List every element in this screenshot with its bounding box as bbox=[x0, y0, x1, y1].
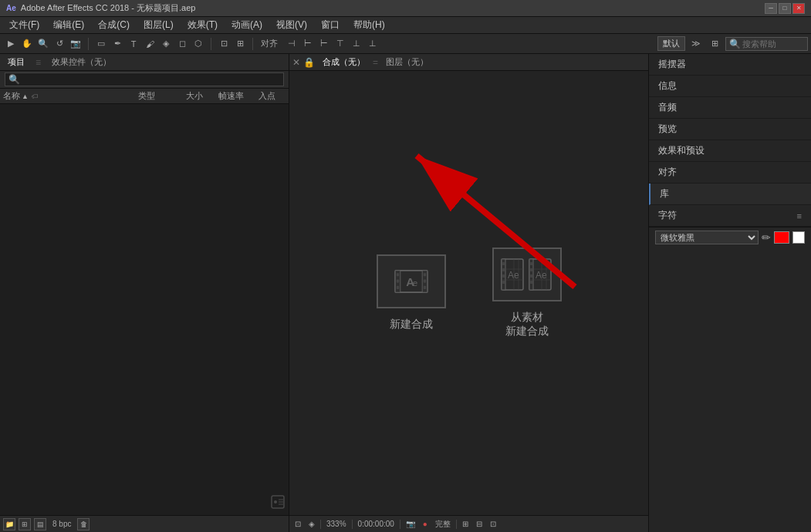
char-color-swatch-alt[interactable] bbox=[792, 231, 805, 244]
workspace-grid[interactable]: ⊞ bbox=[707, 36, 722, 52]
tool-rect[interactable]: ▭ bbox=[93, 36, 109, 52]
tool-puppet[interactable]: ⬡ bbox=[191, 36, 206, 52]
menu-effect[interactable]: 效果(T) bbox=[181, 17, 224, 33]
tool-text[interactable]: T bbox=[126, 36, 141, 52]
tab-layer[interactable]: 图层（无） bbox=[381, 55, 433, 69]
panel-item-align[interactable]: 对齐 bbox=[649, 162, 811, 184]
align-bottom[interactable]: ⊥ bbox=[365, 36, 380, 52]
svg-rect-18 bbox=[502, 262, 505, 265]
align-left[interactable]: ⊣ bbox=[284, 36, 299, 52]
workspace-options[interactable]: ≫ bbox=[688, 36, 704, 52]
tool-brush[interactable]: 🖌 bbox=[142, 36, 157, 52]
new-folder-button[interactable]: 📁 bbox=[3, 518, 15, 530]
font-select[interactable]: 微软雅黑 bbox=[655, 231, 759, 244]
font-edit-icon[interactable]: ✏ bbox=[762, 231, 771, 244]
tool-group-shape: ▭ ✒ T 🖌 ◈ ◻ ⬡ bbox=[93, 36, 206, 52]
tool-rotate[interactable]: ↺ bbox=[52, 36, 67, 52]
align-top[interactable]: ⊤ bbox=[333, 36, 348, 52]
tool-group-select: ▶ ✋ 🔍 ↺ 📷 bbox=[3, 36, 83, 52]
maximize-button[interactable]: □ bbox=[779, 3, 791, 14]
comp-tabs: ✕ 🔒 合成（无） = 图层（无） bbox=[289, 54, 648, 71]
svg-rect-30 bbox=[530, 268, 532, 271]
viewer-quality[interactable]: 完整 bbox=[433, 519, 453, 530]
new-comp-box[interactable]: A e 新建合成 bbox=[377, 254, 446, 332]
panel-item-info[interactable]: 信息 bbox=[649, 76, 811, 97]
viewer-cam-icon[interactable]: 📷 bbox=[404, 520, 417, 528]
viewer-safe[interactable]: ⊡ bbox=[488, 520, 498, 528]
svg-point-1 bbox=[274, 500, 277, 503]
delete-button[interactable]: 🗑 bbox=[77, 518, 90, 530]
menu-comp[interactable]: 合成(C) bbox=[92, 17, 136, 33]
align-right[interactable]: ⊢ bbox=[316, 36, 332, 52]
panel-item-audio[interactable]: 音频 bbox=[649, 97, 811, 119]
panel-item-character[interactable]: 字符 ≡ bbox=[649, 205, 811, 227]
comp-tab-lock: 🔒 bbox=[303, 57, 315, 68]
comp-viewer[interactable]: A e 新建合成 bbox=[289, 71, 648, 515]
panel-item-library[interactable]: 库 bbox=[649, 184, 811, 205]
new-comp-icon[interactable]: A e bbox=[377, 254, 446, 308]
tool-hand[interactable]: ✋ bbox=[19, 36, 35, 52]
project-icon bbox=[270, 494, 286, 512]
tool-align-ctrl[interactable]: ⊞ bbox=[232, 36, 248, 52]
window-controls[interactable]: ─ □ ✕ bbox=[765, 3, 805, 14]
menu-bar: 文件(F) 编辑(E) 合成(C) 图层(L) 效果(T) 动画(A) 视图(V… bbox=[0, 17, 811, 34]
viewer-zoom-label[interactable]: 333% bbox=[324, 520, 349, 528]
align-center-v[interactable]: ⊥ bbox=[349, 36, 364, 52]
panel-item-shaker[interactable]: 摇摆器 bbox=[649, 54, 811, 76]
center-panel: ✕ 🔒 合成（无） = 图层（无） A bbox=[289, 54, 649, 532]
new-comp-label: 新建合成 bbox=[390, 318, 433, 332]
panel-item-preview[interactable]: 预览 bbox=[649, 119, 811, 140]
tool-zoom[interactable]: 🔍 bbox=[35, 36, 51, 52]
default-workspace-button[interactable]: 默认 bbox=[657, 36, 685, 51]
minimize-button[interactable]: ─ bbox=[765, 3, 777, 14]
align-center-h[interactable]: ⊢ bbox=[300, 36, 316, 52]
tool-group-snap: ⊡ ⊞ bbox=[216, 36, 248, 52]
tab-project[interactable]: 项目 bbox=[3, 55, 29, 69]
viewer-snap[interactable]: ⊡ bbox=[292, 520, 303, 528]
viewer-rec[interactable]: ● bbox=[421, 520, 430, 528]
tool-snap[interactable]: ⊡ bbox=[216, 36, 231, 52]
col-size-label: 大小 bbox=[186, 91, 203, 100]
project-search-box[interactable]: 🔍 bbox=[5, 72, 284, 86]
comp-tab-close[interactable]: ✕ bbox=[292, 57, 300, 68]
svg-rect-32 bbox=[530, 281, 532, 284]
panel-item-effects[interactable]: 效果和预设 bbox=[649, 140, 811, 162]
toolbar-right: 默认 ≫ ⊞ 🔍 bbox=[657, 36, 808, 52]
menu-layer[interactable]: 图层(L) bbox=[137, 17, 180, 33]
viewer-fit[interactable]: ⊞ bbox=[460, 520, 471, 528]
viewer-motion[interactable]: ◈ bbox=[306, 520, 317, 528]
search-icon-project: 🔍 bbox=[8, 74, 20, 85]
viewer-time[interactable]: 0:00:00:00 bbox=[356, 520, 397, 528]
viewer-controls: ⊡ ◈ 333% 0:00:00:00 📷 ● 完整 ⊞ ⊟ ⊡ bbox=[289, 515, 648, 532]
help-search-box[interactable]: 🔍 bbox=[725, 37, 808, 51]
menu-edit[interactable]: 编辑(E) bbox=[47, 17, 90, 33]
from-footage-box[interactable]: Ae bbox=[492, 247, 562, 338]
col-size: 大小 bbox=[186, 90, 217, 102]
col-name: 名称 ▲ 🏷 bbox=[3, 90, 137, 102]
tool-cam[interactable]: 📷 bbox=[68, 36, 83, 52]
menu-window[interactable]: 窗口 bbox=[315, 17, 346, 33]
project-column-header: 名称 ▲ 🏷 类型 大小 帧速率 入点 bbox=[0, 89, 289, 104]
search-input[interactable] bbox=[742, 39, 804, 49]
char-color-swatch[interactable] bbox=[774, 231, 789, 244]
menu-file[interactable]: 文件(F) bbox=[3, 17, 46, 33]
tab-composition[interactable]: 合成（无） bbox=[318, 55, 370, 69]
tab-effects-controls[interactable]: 效果控件（无） bbox=[47, 55, 116, 69]
from-footage-icon[interactable]: Ae bbox=[492, 247, 562, 301]
tool-select[interactable]: ▶ bbox=[3, 36, 19, 52]
viewer-grid[interactable]: ⊟ bbox=[474, 520, 485, 528]
tool-eraser[interactable]: ◻ bbox=[174, 36, 190, 52]
tool-stamp[interactable]: ◈ bbox=[158, 36, 174, 52]
sep3 bbox=[252, 38, 253, 50]
menu-view[interactable]: 视图(V) bbox=[270, 17, 313, 33]
char-panel-controls: 微软雅黑 ✏ bbox=[649, 227, 811, 247]
menu-help[interactable]: 帮助(H) bbox=[347, 17, 391, 33]
menu-anim[interactable]: 动画(A) bbox=[225, 17, 269, 33]
import-button[interactable]: ▤ bbox=[34, 518, 46, 530]
col-fps-label: 帧速率 bbox=[218, 91, 244, 100]
close-button[interactable]: ✕ bbox=[792, 3, 805, 14]
tool-pen[interactable]: ✒ bbox=[110, 36, 125, 52]
svg-rect-19 bbox=[502, 268, 505, 271]
project-search-input[interactable] bbox=[20, 75, 280, 84]
new-comp-footer-button[interactable]: ⊞ bbox=[19, 518, 31, 530]
